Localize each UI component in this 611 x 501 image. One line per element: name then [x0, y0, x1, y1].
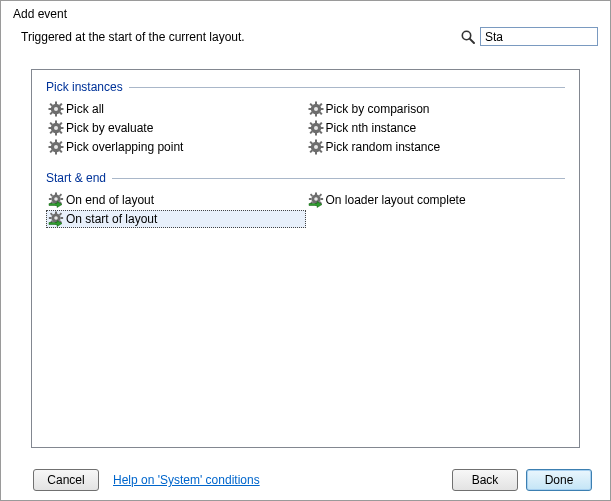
gear-icon — [48, 139, 64, 155]
condition-item-pick-nth-instance[interactable]: Pick nth instance — [306, 119, 566, 137]
back-button[interactable]: Back — [452, 469, 518, 491]
group-header: Start & end — [46, 171, 565, 185]
dialog-title: Add event — [1, 1, 610, 23]
group-column: Pick by comparisonPick nth instancePick … — [306, 100, 566, 157]
gear-icon — [308, 101, 324, 117]
search-icon — [460, 29, 476, 45]
condition-item-on-start-of-layout[interactable]: On start of layout — [46, 210, 306, 228]
done-button[interactable]: Done — [526, 469, 592, 491]
condition-item-label: Pick overlapping point — [66, 140, 183, 154]
group-pick-instances: Pick instancesPick allPick by evaluatePi… — [46, 80, 565, 157]
group-column: On loader layout complete — [306, 191, 566, 229]
gear-icon — [48, 101, 64, 117]
group-items: On end of layoutOn start of layoutOn loa… — [46, 191, 565, 229]
condition-item-pick-overlapping-point[interactable]: Pick overlapping point — [46, 138, 306, 156]
condition-item-pick-by-evaluate[interactable]: Pick by evaluate — [46, 119, 306, 137]
gear-icon — [48, 120, 64, 136]
gear-arrow-icon — [308, 192, 324, 208]
gear-icon — [308, 139, 324, 155]
group-title: Start & end — [46, 171, 106, 185]
condition-item-pick-by-comparison[interactable]: Pick by comparison — [306, 100, 566, 118]
gear-arrow-icon — [48, 211, 64, 227]
condition-item-pick-random-instance[interactable]: Pick random instance — [306, 138, 566, 156]
help-link[interactable]: Help on 'System' conditions — [113, 473, 260, 487]
condition-item-label: Pick by comparison — [326, 102, 430, 116]
group-divider — [112, 178, 565, 179]
condition-item-label: Pick by evaluate — [66, 121, 153, 135]
condition-item-on-end-of-layout[interactable]: On end of layout — [46, 191, 306, 209]
description-text: Triggered at the start of the current la… — [21, 30, 245, 44]
gear-icon — [308, 120, 324, 136]
group-start-end: Start & endOn end of layoutOn start of l… — [46, 171, 565, 229]
description-row: Triggered at the start of the current la… — [1, 23, 610, 54]
group-divider — [129, 87, 565, 88]
group-title: Pick instances — [46, 80, 123, 94]
group-header: Pick instances — [46, 80, 565, 94]
condition-item-label: Pick all — [66, 102, 104, 116]
condition-item-pick-all[interactable]: Pick all — [46, 100, 306, 118]
condition-item-label: Pick random instance — [326, 140, 441, 154]
group-column: On end of layoutOn start of layout — [46, 191, 306, 229]
condition-item-label: On end of layout — [66, 193, 154, 207]
group-items: Pick allPick by evaluatePick overlapping… — [46, 100, 565, 157]
condition-item-label: On loader layout complete — [326, 193, 466, 207]
condition-item-label: On start of layout — [66, 212, 157, 226]
cancel-button[interactable]: Cancel — [33, 469, 99, 491]
add-event-dialog: Add event Triggered at the start of the … — [0, 0, 611, 501]
search-input[interactable] — [480, 27, 598, 46]
gear-arrow-icon — [48, 192, 64, 208]
condition-item-label: Pick nth instance — [326, 121, 417, 135]
condition-item-on-loader-layout-complete[interactable]: On loader layout complete — [306, 191, 566, 209]
search-container — [460, 27, 598, 46]
dialog-footer: Cancel Help on 'System' conditions Back … — [1, 460, 610, 500]
conditions-list-panel: Pick instancesPick allPick by evaluatePi… — [31, 69, 580, 448]
group-column: Pick allPick by evaluatePick overlapping… — [46, 100, 306, 157]
